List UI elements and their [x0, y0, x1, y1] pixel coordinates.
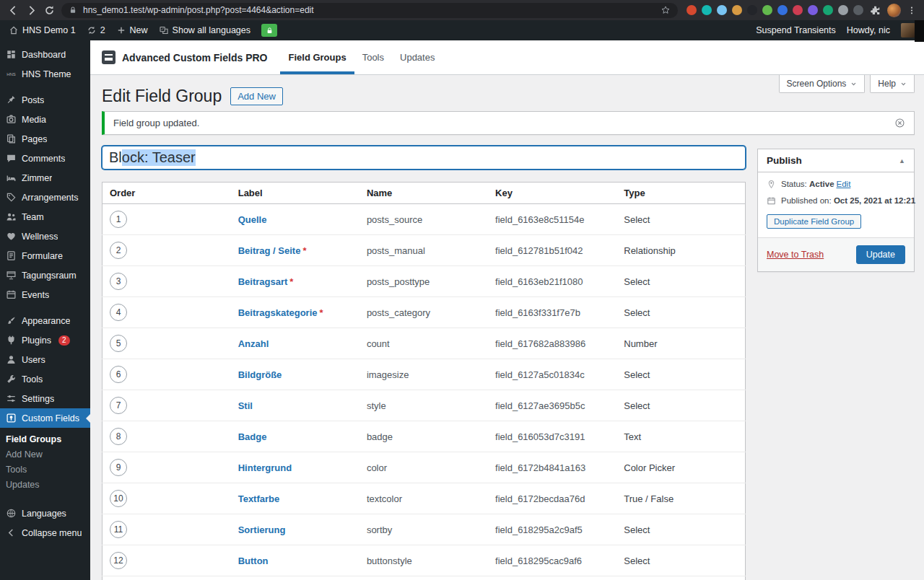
extension-icon[interactable]: [717, 5, 727, 15]
field-label-link[interactable]: Beitragskategorie: [238, 307, 318, 318]
ssl-status-badge[interactable]: [261, 24, 277, 37]
extension-icon[interactable]: [838, 5, 848, 15]
field-label-link[interactable]: Stil: [238, 400, 253, 411]
help-button[interactable]: Help: [870, 75, 915, 93]
sidebar-item-wellness[interactable]: Wellness: [0, 227, 90, 246]
sidebar-item-media[interactable]: Media: [0, 110, 90, 129]
sidebar-item-languages[interactable]: Languages: [0, 504, 90, 523]
field-order-handle[interactable]: 8: [110, 428, 127, 445]
collapse-panel-icon[interactable]: ▲: [899, 157, 905, 164]
sidebar-item-dashboard[interactable]: Dashboard: [0, 45, 90, 64]
field-order-handle[interactable]: 1: [110, 211, 127, 228]
howdy-link[interactable]: Howdy, nic: [847, 25, 890, 35]
field-type: Select: [616, 545, 745, 576]
publish-panel-header[interactable]: Publish ▲: [758, 149, 914, 172]
sidebar-item-team[interactable]: Team: [0, 207, 90, 227]
sidebar-item-pages[interactable]: Pages: [0, 129, 90, 149]
scrollbar-thumb[interactable]: [915, 20, 924, 42]
field-label-link[interactable]: Button: [238, 555, 269, 566]
extension-icon[interactable]: [762, 5, 772, 15]
field-label-link[interactable]: Bildgröße: [238, 369, 282, 380]
extension-icon[interactable]: [687, 5, 697, 15]
extension-icon[interactable]: [777, 5, 788, 15]
extension-icon[interactable]: [823, 5, 833, 15]
field-order-handle[interactable]: 3: [110, 273, 127, 290]
sidebar-item-plugins[interactable]: Plugins2: [0, 330, 90, 350]
adminbar-languages-link[interactable]: Show all languages: [159, 25, 250, 35]
field-order-handle[interactable]: 6: [110, 366, 127, 383]
sidebar-item-custom-fields[interactable]: Custom Fields: [0, 408, 90, 428]
sidebar-item-tagungsraum[interactable]: Tagungsraum: [0, 265, 90, 285]
tab-updates[interactable]: Updates: [392, 40, 443, 74]
status-edit-link[interactable]: Edit: [837, 180, 851, 188]
adminbar-updates-link[interactable]: 2: [87, 25, 105, 35]
extension-icon[interactable]: [747, 5, 757, 15]
submenu-item-tools[interactable]: Tools: [0, 462, 90, 477]
field-order-handle[interactable]: 11: [110, 521, 127, 538]
submenu-item-add-new[interactable]: Add New: [0, 447, 90, 462]
field-order-handle[interactable]: 7: [110, 397, 127, 414]
reload-icon[interactable]: [43, 4, 56, 17]
field-group-title-input[interactable]: Block: Teaser: [102, 146, 746, 170]
field-label-link[interactable]: Anzahl: [238, 338, 269, 349]
extension-icon[interactable]: [853, 5, 863, 15]
add-new-button[interactable]: Add New: [230, 87, 283, 105]
sidebar-item-arrangements[interactable]: Arrangements: [0, 188, 90, 207]
sidebar-item-tools[interactable]: Tools: [0, 369, 90, 389]
extension-icon[interactable]: [793, 5, 803, 15]
extension-icon[interactable]: [732, 5, 742, 15]
field-label-link[interactable]: Quelle: [238, 214, 267, 225]
field-label-link[interactable]: Beitragsart: [238, 276, 288, 287]
field-label-link[interactable]: Sortierung: [238, 524, 286, 535]
move-to-trash-link[interactable]: Move to Trash: [767, 250, 824, 260]
adminbar-new-link[interactable]: New: [116, 25, 148, 35]
sidebar-item-formulare[interactable]: Formulare: [0, 246, 90, 265]
sidebar-item-zimmer[interactable]: Zimmer: [0, 168, 90, 188]
tab-field-groups[interactable]: Field Groups: [280, 40, 354, 74]
field-order-handle[interactable]: 4: [110, 304, 127, 321]
field-name: posts_manual: [359, 235, 488, 266]
acf-icon: [6, 413, 17, 423]
sidebar-item-collapse-menu[interactable]: Collapse menu: [0, 523, 90, 542]
field-order-handle[interactable]: 12: [110, 552, 127, 569]
suspend-transients-link[interactable]: Suspend Transients: [756, 25, 836, 35]
dismiss-notice-icon[interactable]: [894, 118, 905, 128]
field-name: titel: [359, 576, 488, 580]
site-info-lock-icon[interactable]: [69, 6, 77, 14]
adminbar-site-link[interactable]: HNS Demo 1: [9, 25, 76, 35]
sidebar-item-users[interactable]: Users: [0, 350, 90, 369]
sidebar-item-posts[interactable]: Posts: [0, 90, 90, 110]
field-order-handle[interactable]: 9: [110, 459, 127, 476]
sidebar-item-label: Dashboard: [22, 50, 66, 60]
update-button[interactable]: Update: [856, 245, 905, 264]
back-icon[interactable]: [7, 4, 19, 17]
field-order-handle[interactable]: 10: [110, 490, 127, 507]
submenu-item-field-groups[interactable]: Field Groups: [0, 431, 90, 447]
sidebar-item-settings[interactable]: Settings: [0, 389, 90, 408]
browser-menu-icon[interactable]: [907, 4, 917, 17]
field-order-handle[interactable]: 5: [110, 335, 127, 352]
tab-tools[interactable]: Tools: [354, 40, 392, 74]
sidebar-item-comments[interactable]: Comments: [0, 149, 90, 168]
sidebar-item-label: Comments: [22, 154, 65, 164]
extensions-puzzle-icon[interactable]: [869, 4, 881, 17]
field-order-handle[interactable]: 2: [110, 242, 127, 259]
field-label-link[interactable]: Hintergrund: [238, 462, 292, 473]
sidebar-item-appearance[interactable]: Appearance: [0, 311, 90, 330]
extension-icon[interactable]: [808, 5, 818, 15]
bookmark-star-icon[interactable]: [661, 5, 671, 15]
sidebar-item-label: Users: [22, 355, 45, 365]
browser-profile-avatar[interactable]: [887, 4, 901, 17]
field-label-link[interactable]: Badge: [238, 431, 267, 442]
field-label-link[interactable]: Textfarbe: [238, 493, 280, 504]
url-bar[interactable]: hns_demo1.test/wp-admin/post.php?post=44…: [61, 3, 678, 18]
extension-icon[interactable]: [702, 5, 712, 15]
forward-icon[interactable]: [25, 4, 38, 17]
sidebar-item-hns-theme[interactable]: HNSHNS Theme: [0, 64, 90, 84]
screen-options-button[interactable]: Screen Options: [779, 75, 866, 93]
field-label-link[interactable]: Beitrag / Seite: [238, 245, 301, 256]
user-avatar[interactable]: [901, 23, 915, 38]
submenu-item-updates[interactable]: Updates: [0, 477, 90, 492]
duplicate-field-group-button[interactable]: Duplicate Field Group: [767, 214, 861, 229]
sidebar-item-events[interactable]: Events: [0, 285, 90, 304]
